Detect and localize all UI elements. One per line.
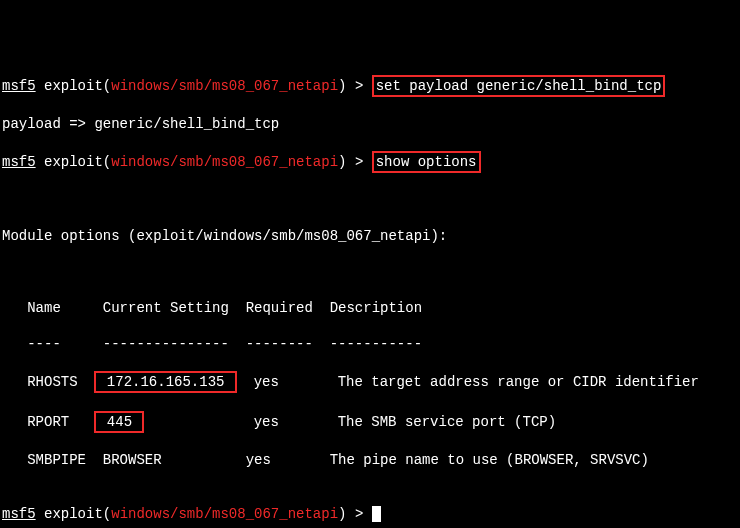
msf-label: msf5 (2, 154, 36, 170)
rhosts-row: RHOSTS 172.16.165.135 yes The target add… (2, 371, 738, 393)
module-col-dashes: ---- --------------- -------- ----------… (2, 335, 738, 353)
exploit-label: exploit (44, 78, 103, 94)
rport-row: RPORT 445 yes The SMB service port (TCP) (2, 411, 738, 433)
prompt-line-2: msf5 exploit(windows/smb/ms08_067_netapi… (2, 151, 738, 173)
cursor[interactable] (372, 506, 381, 522)
prompt-line-1: msf5 exploit(windows/smb/ms08_067_netapi… (2, 75, 738, 97)
exploit-label: exploit (44, 506, 103, 522)
msf-label: msf5 (2, 506, 36, 522)
module-col-headers: Name Current Setting Required Descriptio… (2, 299, 738, 317)
rhosts-value: 172.16.165.135 (94, 371, 236, 393)
blank-line (2, 487, 738, 505)
prompt-line-3[interactable]: msf5 exploit(windows/smb/ms08_067_netapi… (2, 505, 381, 523)
module-options-header: Module options (exploit/windows/smb/ms08… (2, 227, 738, 245)
rhosts-rest: yes The target address range or CIDR ide… (237, 374, 699, 390)
module-path: windows/smb/ms08_067_netapi (111, 506, 338, 522)
prompt-arrow: > (346, 78, 371, 94)
rport-rest: yes The SMB service port (TCP) (144, 414, 556, 430)
blank-line (2, 191, 738, 209)
blank-line (2, 523, 738, 528)
command-set-payload: set payload generic/shell_bind_tcp (372, 75, 666, 97)
blank-line (2, 263, 738, 281)
rport-value: 445 (94, 411, 144, 433)
rport-name: RPORT (2, 414, 94, 430)
payload-response: payload => generic/shell_bind_tcp (2, 115, 738, 133)
prompt-arrow: > (346, 154, 371, 170)
prompt-arrow: > (346, 506, 371, 522)
rhosts-name: RHOSTS (2, 374, 94, 390)
msf-label: msf5 (2, 78, 36, 94)
exploit-label: exploit (44, 154, 103, 170)
smbpipe-row: SMBPIPE BROWSER yes The pipe name to use… (2, 451, 738, 469)
module-path: windows/smb/ms08_067_netapi (111, 154, 338, 170)
command-show-options: show options (372, 151, 481, 173)
module-path: windows/smb/ms08_067_netapi (111, 78, 338, 94)
